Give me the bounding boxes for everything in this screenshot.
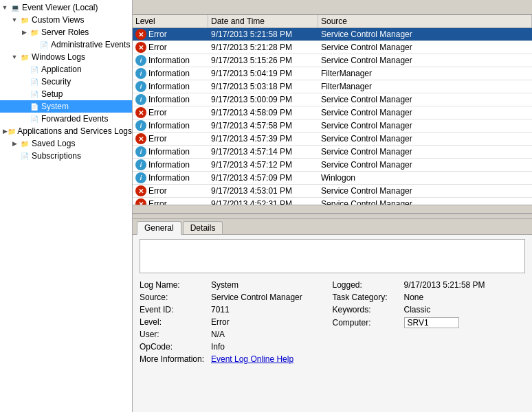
expander-icon: ▼: [10, 54, 19, 60]
source-cell: Service Control Manager: [318, 120, 532, 131]
sidebar-label: Windows Logs: [32, 52, 85, 62]
sidebar-label: Subscriptions: [32, 151, 81, 161]
hscroll-bar[interactable]: [133, 205, 532, 213]
sidebar-label: Applications and Services Logs: [17, 126, 132, 136]
source-cell: Service Control Manager: [318, 42, 532, 53]
sidebar-item-setup[interactable]: 📄 Setup: [0, 88, 132, 100]
event-row[interactable]: i Information 9/17/2013 4:57:12 PM Servi…: [133, 159, 532, 172]
info-icon: i: [135, 120, 146, 131]
tab-general[interactable]: General: [137, 221, 181, 235]
event-row[interactable]: ✕ Error 9/17/2013 4:52:31 PM Service Con…: [133, 198, 532, 205]
event-row[interactable]: i Information 9/17/2013 5:04:19 PM Filte…: [133, 67, 532, 80]
level-cell: ✕ Error: [133, 133, 208, 145]
level-text: Information: [148, 121, 190, 130]
error-icon: ✕: [135, 185, 146, 196]
level-cell: i Information: [133, 146, 208, 158]
info-icon: i: [135, 159, 146, 170]
event-list: Level Date and Time Source ✕ Error 9/17/…: [133, 15, 532, 213]
date-cell: 9/17/2013 4:53:01 PM: [208, 185, 318, 196]
event-row[interactable]: ✕ Error 9/17/2013 5:21:28 PM Service Con…: [133, 41, 532, 54]
sidebar-item-custom-views[interactable]: ▼ 📁 Custom Views: [0, 14, 132, 26]
error-icon: ✕: [135, 133, 146, 144]
level-text: Information: [148, 56, 190, 65]
date-cell: 9/17/2013 5:00:09 PM: [208, 94, 318, 105]
date-cell: 9/17/2013 5:03:18 PM: [208, 81, 318, 92]
sidebar-item-admin-events[interactable]: 📄 Administrative Events: [0, 38, 132, 51]
detail-body: Log Name:SystemSource:Service Control Ma…: [133, 235, 532, 412]
level-text: Information: [148, 160, 190, 170]
detail-label: Log Name:: [140, 280, 208, 290]
sidebar-label: System: [41, 102, 69, 111]
event-row[interactable]: i Information 9/17/2013 4:57:58 PM Servi…: [133, 119, 532, 133]
info-icon: i: [135, 146, 146, 157]
source-cell: Service Control Manager: [318, 94, 532, 105]
detail-field-row: Logged:9/17/2013 5:21:58 PM: [333, 280, 526, 290]
expander-icon: ▶: [10, 140, 19, 147]
event-row[interactable]: i Information 9/17/2013 4:57:09 PM Winlo…: [133, 172, 532, 185]
sidebar-item-root[interactable]: ▼ 💻 Event Viewer (Local): [0, 1, 132, 14]
detail-field-row: User:N/A: [140, 330, 333, 339]
event-row[interactable]: i Information 9/17/2013 5:00:09 PM Servi…: [133, 93, 532, 106]
col-header-date: Date and Time: [208, 15, 318, 27]
detail-value: Service Control Manager: [211, 293, 302, 302]
tree-root: ▼ 💻 Event Viewer (Local) ▼ 📁 Custom View…: [0, 0, 132, 163]
level-text: Information: [148, 95, 190, 104]
date-cell: 9/17/2013 4:57:12 PM: [208, 159, 318, 170]
event-list-body[interactable]: ✕ Error 9/17/2013 5:21:58 PM Service Con…: [133, 28, 532, 205]
log-icon: 📄: [19, 150, 30, 161]
computer-icon: 💻: [10, 2, 21, 13]
top-bar: [133, 0, 532, 15]
source-cell: Service Control Manager: [318, 55, 532, 66]
event-row[interactable]: ✕ Error 9/17/2013 5:21:58 PM Service Con…: [133, 28, 532, 41]
error-icon: ✕: [135, 29, 146, 40]
date-cell: 9/17/2013 4:57:14 PM: [208, 146, 318, 157]
sidebar-item-server-roles[interactable]: ▶ 📁 Server Roles: [0, 26, 132, 38]
sidebar-item-app-services[interactable]: ▶ 📁 Applications and Services Logs: [0, 125, 132, 137]
source-cell: FilterManager: [318, 68, 532, 79]
detail-fields: Log Name:SystemSource:Service Control Ma…: [140, 280, 525, 365]
detail-label: OpCode:: [140, 342, 208, 352]
sidebar-item-security[interactable]: 📄 Security: [0, 76, 132, 88]
event-row[interactable]: ✕ Error 9/17/2013 4:53:01 PM Service Con…: [133, 185, 532, 198]
event-row[interactable]: i Information 9/17/2013 4:57:14 PM Servi…: [133, 146, 532, 159]
folder-icon: 📁: [19, 52, 30, 62]
detail-header: [133, 214, 532, 219]
main-panel: Level Date and Time Source ✕ Error 9/17/…: [133, 0, 532, 412]
folder-icon: 📁: [29, 27, 40, 38]
event-row[interactable]: ✕ Error 9/17/2013 4:57:39 PM Service Con…: [133, 133, 532, 146]
detail-label: User:: [140, 330, 208, 339]
detail-value: Classic: [404, 305, 431, 314]
level-text: Error: [148, 30, 167, 39]
sidebar-item-saved-logs[interactable]: ▶ 📁 Saved Logs: [0, 137, 132, 150]
date-cell: 9/17/2013 5:21:58 PM: [208, 29, 318, 40]
sidebar-label: Custom Views: [32, 15, 84, 25]
sidebar-item-application[interactable]: 📄 Application: [0, 63, 132, 76]
sidebar-item-forwarded[interactable]: 📄 Forwarded Events: [0, 113, 132, 125]
info-icon: i: [135, 94, 146, 105]
detail-value: System: [211, 280, 239, 290]
level-cell: i Information: [133, 93, 208, 106]
detail-label: Keywords:: [333, 305, 401, 314]
sidebar-item-subscriptions[interactable]: 📄 Subscriptions: [0, 150, 132, 162]
detail-link[interactable]: Event Log Online Help: [211, 354, 293, 364]
level-text: Information: [148, 147, 190, 157]
sidebar-label: Server Roles: [41, 27, 89, 37]
event-row[interactable]: i Information 9/17/2013 5:03:18 PM Filte…: [133, 80, 532, 93]
info-icon: i: [135, 55, 146, 66]
tab-details[interactable]: Details: [183, 221, 223, 234]
level-cell: ✕ Error: [133, 41, 208, 54]
log-icon: 📄: [29, 76, 40, 87]
detail-value: N/A: [211, 330, 225, 339]
sidebar: ▼ 💻 Event Viewer (Local) ▼ 📁 Custom View…: [0, 0, 133, 412]
sidebar-item-system[interactable]: 📄 System: [0, 100, 132, 113]
sidebar-item-windows-logs[interactable]: ▼ 📁 Windows Logs: [0, 51, 132, 63]
log-icon: 📄: [29, 101, 40, 112]
detail-value: Error: [211, 317, 230, 327]
level-cell: i Information: [133, 172, 208, 184]
event-row[interactable]: ✕ Error 9/17/2013 4:58:09 PM Service Con…: [133, 106, 532, 119]
event-row[interactable]: i Information 9/17/2013 5:15:26 PM Servi…: [133, 54, 532, 67]
expander-icon: ▼: [0, 4, 10, 11]
detail-field-row: Event ID:7011: [140, 305, 333, 314]
level-cell: ✕ Error: [133, 106, 208, 119]
source-cell: Service Control Manager: [318, 107, 532, 118]
